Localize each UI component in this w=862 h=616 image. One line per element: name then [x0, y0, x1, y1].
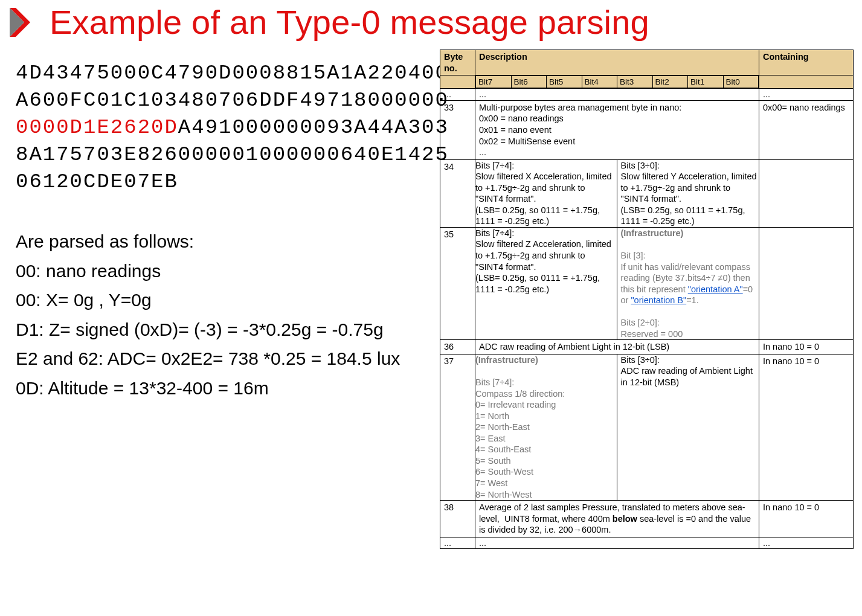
bit-col: Bit0	[723, 76, 759, 88]
bit-col: Bit3	[617, 76, 653, 88]
bit-col: Bit2	[652, 76, 688, 88]
byte-desc: Bits [7÷4]: Slow filtered Z Acceleration…	[475, 227, 759, 339]
ellipsis-row: ... ... ...	[440, 89, 854, 101]
table-row: 34 Bits [7÷4]: Slow filtered X Accelerat…	[440, 159, 854, 227]
table-row: 33 Multi-purpose bytes area management b…	[440, 100, 854, 159]
table-header-row: Byte no. Description Containing	[440, 50, 854, 75]
orientation-a-link[interactable]: "orientation A"	[688, 284, 743, 294]
byte-desc: Multi-purpose bytes area management byte…	[475, 100, 759, 159]
bit-col: Bit4	[582, 76, 617, 88]
byte-cont: In nano 10 = 0	[759, 501, 854, 537]
bit-col: Bit1	[688, 76, 724, 88]
table-row: 37 (Infrastructure) Bits [7÷4]: Compass …	[440, 354, 854, 500]
col-byte-header: Byte no.	[440, 50, 475, 75]
byte-desc: Bits [7÷4]: Slow filtered X Acceleration…	[475, 159, 759, 227]
col-cont-header: Containing	[759, 50, 854, 75]
table-row: 35 Bits [7÷4]: Slow filtered Z Accelerat…	[440, 227, 854, 339]
byte-no: 35	[440, 227, 475, 339]
col-desc-header: Description	[475, 50, 759, 75]
byte-no: 33	[440, 100, 475, 159]
byte-no: 37	[440, 354, 475, 500]
slide-title: Example of an Type-0 message parsing	[50, 2, 649, 42]
bit-col: Bit6	[511, 76, 547, 88]
byte-cont	[759, 227, 854, 339]
byte-cont	[759, 159, 854, 227]
byte-cont: 0x00= nano readings	[759, 100, 854, 159]
chevron-right-icon	[7, 5, 39, 39]
byte-desc: Average of 2 last samples Pressure, tran…	[475, 501, 759, 537]
bit-header-row: Bit7 Bit6 Bit5 Bit4 Bit3 Bit2 Bit1 Bit0	[440, 75, 854, 89]
byte-cont: In nano 10 = 0	[759, 340, 854, 355]
byte-cont: In nano 10 = 0	[759, 354, 854, 500]
orientation-b-link[interactable]: "orientation B"	[631, 295, 686, 305]
table-row: 38 Average of 2 last samples Pressure, t…	[440, 501, 854, 537]
hex-highlight: 0000D1E2620D	[16, 116, 178, 139]
byte-no: 34	[440, 159, 475, 227]
byte-no: 38	[440, 501, 475, 537]
bit-col: Bit5	[547, 76, 582, 88]
ellipsis-row: ... ... ...	[440, 537, 854, 549]
table-row: 36 ADC raw reading of Ambient Light in 1…	[440, 340, 854, 355]
bit-col: Bit7	[476, 76, 512, 88]
byte-desc: (Infrastructure) Bits [7÷4]: Compass 1/8…	[475, 354, 759, 500]
byte-no: 36	[440, 340, 475, 355]
byte-spec-table: Byte no. Description Containing Bit7 Bit…	[440, 50, 854, 549]
byte-desc: ADC raw reading of Ambient Light in 12-b…	[475, 340, 759, 355]
slide-header: Example of an Type-0 message parsing	[0, 0, 862, 42]
